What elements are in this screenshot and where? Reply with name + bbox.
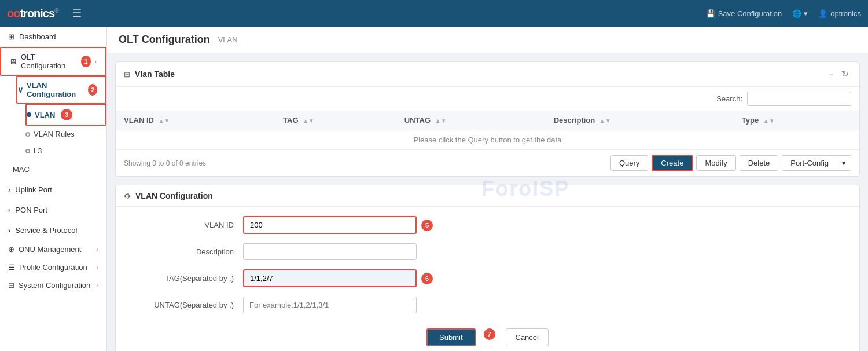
main-layout: ⊞ Dashboard 🖥 OLT Configuration 1 ‹ ∨ VL… (0, 27, 868, 351)
sidebar-sub-vlan-items: VLAN 3 VLAN Rules L3 (16, 104, 106, 159)
sort-icon-description[interactable]: ▲▼ (599, 118, 611, 124)
chevron-right-icon: › (8, 185, 10, 194)
search-label: Search: (716, 94, 742, 103)
sort-icon-untag[interactable]: ▲▼ (435, 118, 447, 124)
page-title: OLT Configuration (119, 34, 210, 46)
submit-button[interactable]: Submit (426, 328, 475, 346)
sort-icon-type[interactable]: ▲▼ (763, 118, 775, 124)
sidebar-item-pon-port[interactable]: › PON Port (0, 200, 106, 220)
monitor-icon: 🖥 (9, 57, 17, 66)
description-input[interactable] (243, 243, 417, 260)
brand: ootronics® ☰ (7, 7, 82, 20)
untag-input[interactable] (243, 297, 417, 313)
description-label: Description (139, 247, 243, 256)
navbar-right: 💾 Save Configuration 🌐 ▾ 👤 optronics (706, 9, 861, 18)
system-icon: ⊟ (8, 281, 14, 290)
vlan-id-input[interactable] (243, 216, 417, 234)
tag-input[interactable] (243, 269, 417, 287)
vlan-dot (27, 112, 31, 117)
vlan-form-body: VLAN ID 5 Description TAG(Separated by ,… (116, 207, 859, 351)
dashboard-icon: ⊞ (8, 32, 14, 41)
logo: ootronics® (7, 7, 58, 20)
vlan-form-header: ⚙ VLAN Configuration (116, 185, 859, 207)
system-chevron-icon: ‹ (96, 282, 98, 289)
save-configuration-button[interactable]: 💾 Save Configuration (706, 9, 782, 18)
col-type: Type ▲▼ (734, 111, 859, 130)
query-button[interactable]: Query (610, 155, 648, 171)
pon-chevron-icon: › (8, 206, 10, 214)
create-button[interactable]: Create (652, 155, 693, 171)
tag-row: TAG(Separated by ,) 6 (139, 269, 836, 287)
language-selector[interactable]: 🌐 ▾ (792, 9, 808, 18)
sidebar: ⊞ Dashboard 🖥 OLT Configuration 1 ‹ ∨ VL… (0, 27, 107, 351)
sort-icon-vlan-id[interactable]: ▲▼ (159, 118, 170, 124)
sidebar-item-mac[interactable]: MAC (0, 159, 106, 180)
vlan-table: VLAN ID ▲▼ TAG ▲▼ UNTAG ▲▼ Description (116, 111, 859, 150)
sidebar-item-dashboard[interactable]: ⊞ Dashboard (0, 27, 106, 47)
vlan-rules-dot (25, 132, 30, 137)
port-config-group: Port-Config ▾ (782, 155, 851, 171)
action-buttons: Query Create Modify Delete Port-Config ▾ (610, 155, 851, 171)
empty-row: Please click the Query button to get the… (116, 130, 859, 150)
sidebar-item-vlan[interactable]: VLAN 3 (25, 104, 106, 126)
service-chevron-icon: › (8, 226, 10, 235)
refresh-button[interactable]: ↻ (839, 68, 851, 81)
page-header: OLT Configuration VLAN (107, 27, 868, 53)
card-header-actions: − ↻ (826, 68, 851, 81)
vlan-form-title: VLAN Configuration (135, 191, 213, 200)
navbar: ootronics® ☰ 💾 Save Configuration 🌐 ▾ 👤 … (0, 0, 868, 27)
vlan-form-card: ⚙ VLAN Configuration VLAN ID 5 Descripti… (115, 185, 860, 351)
port-config-dropdown[interactable]: ▾ (837, 156, 851, 170)
vlan-table-title: Vlan Table (135, 70, 821, 79)
sidebar-item-service-protocol[interactable]: › Service & Protocol (0, 220, 106, 240)
untag-row: UNTAG(Separated by ,) (139, 297, 836, 313)
sidebar-item-uplink-port[interactable]: › Uplink Port (0, 180, 106, 200)
sidebar-item-l3[interactable]: L3 (25, 142, 106, 159)
sidebar-item-profile-configuration[interactable]: ☰ Profile Configuration ‹ (0, 258, 106, 276)
port-config-button[interactable]: Port-Config (782, 156, 837, 170)
table-toolbar: Search: (116, 87, 859, 111)
search-input[interactable] (747, 92, 851, 106)
profile-chevron-icon: ‹ (96, 264, 98, 271)
onu-chevron-icon: ‹ (96, 246, 98, 253)
col-vlan-id: VLAN ID ▲▼ (116, 111, 275, 130)
vlan-table-card: ⊞ Vlan Table − ↻ Search: VLAN ID (115, 61, 860, 177)
cancel-button[interactable]: Cancel (506, 328, 549, 346)
user-menu[interactable]: 👤 optronics (818, 9, 861, 18)
form-actions: Submit 7 Cancel (139, 323, 836, 351)
l3-dot (25, 149, 30, 153)
col-description: Description ▲▼ (546, 111, 734, 130)
modify-button[interactable]: Modify (696, 155, 735, 171)
sidebar-item-system-configuration[interactable]: ⊟ System Configuration ‹ (0, 276, 106, 294)
sidebar-item-vlan-configuration[interactable]: ∨ VLAN Configuration 2 (16, 76, 106, 104)
showing-text: Showing 0 to 0 of 0 entries (124, 159, 206, 167)
content-area: OLT Configuration VLAN ForoISP ⊞ Vlan Ta… (107, 27, 868, 351)
profile-icon: ☰ (8, 263, 15, 272)
sidebar-sub-vlan-config: ∨ VLAN Configuration 2 VLAN 3 VLAN Rules… (0, 76, 106, 159)
hamburger-icon[interactable]: ☰ (72, 7, 82, 20)
sidebar-item-vlan-rules[interactable]: VLAN Rules (25, 126, 106, 142)
vlan-id-label: VLAN ID (139, 221, 243, 229)
sidebar-item-olt-configuration[interactable]: 🖥 OLT Configuration 1 ‹ (0, 47, 106, 76)
vlan-table-header: ⊞ Vlan Table − ↻ (116, 62, 859, 87)
col-untag: UNTAG ▲▼ (396, 111, 546, 130)
tag-label: TAG(Separated by ,) (139, 274, 243, 283)
table-footer: Showing 0 to 0 of 0 entries Query Create… (116, 150, 859, 176)
breadcrumb: VLAN (218, 35, 238, 44)
user-icon: 👤 (818, 9, 827, 18)
save-icon: 💾 (706, 9, 715, 18)
sidebar-item-onu-management[interactable]: ⊕ ONU Management ‹ (0, 240, 106, 258)
col-tag: TAG ▲▼ (275, 111, 396, 130)
chevron-icon: ‹ (95, 58, 97, 65)
globe-icon: 🌐 (792, 9, 801, 18)
onu-icon: ⊕ (8, 245, 14, 254)
delete-button[interactable]: Delete (740, 155, 779, 171)
description-row: Description (139, 243, 836, 260)
vlan-id-row: VLAN ID 5 (139, 216, 836, 234)
untag-label: UNTAG(Separated by ,) (139, 301, 243, 309)
minimize-button[interactable]: − (826, 68, 836, 81)
vlan-form-icon: ⚙ (124, 192, 131, 200)
table-icon: ⊞ (124, 70, 130, 79)
chevron-down-icon: ∨ (17, 85, 23, 94)
sort-icon-tag[interactable]: ▲▼ (303, 118, 314, 124)
